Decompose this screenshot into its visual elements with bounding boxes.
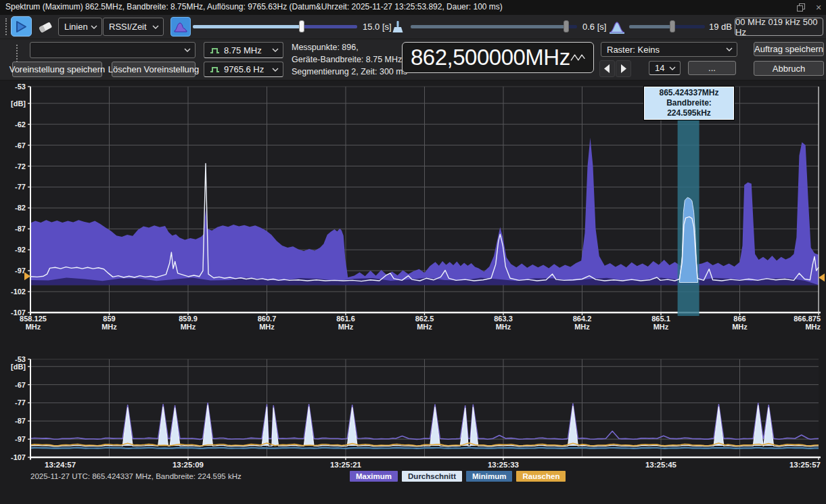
step-size-field[interactable]: 00 MHz 019 kHz 500 Hz <box>735 18 823 36</box>
x-tick-label: 861.6 <box>336 315 355 323</box>
clear-button[interactable] <box>35 18 55 36</box>
track-rest <box>672 25 705 28</box>
x-tick-label: 864.2 <box>573 315 592 323</box>
save-job-button[interactable]: Auftrag speichern <box>754 42 824 56</box>
decay-time-slider[interactable] <box>411 20 577 32</box>
resolution-select[interactable]: 9765.6 Hz <box>204 62 283 77</box>
close-icon: ✕ <box>815 3 821 12</box>
decay-time-thumb[interactable] <box>564 20 569 32</box>
previous-segment-button[interactable] <box>599 60 615 77</box>
sweep-time-label: 15.0 [s] <box>363 21 392 33</box>
status-line: 2025-11-27 UTC: 865.424337 MHz, Bandbrei… <box>30 472 242 480</box>
x-tick-unit: MHz <box>732 323 748 331</box>
legend-item-rauschen[interactable]: Rauschen <box>516 471 566 482</box>
chevron-down-icon <box>91 25 97 29</box>
time-tick-label: 13:25:09 <box>173 461 204 469</box>
legend: MaximumDurchschnittMinimumRauschen <box>350 471 566 482</box>
delete-preset-button[interactable]: Löschen Voreinstellung <box>112 62 196 77</box>
broom-icon <box>390 20 405 34</box>
chevron-down-icon <box>272 48 279 52</box>
frequency-zigzag-icon <box>570 50 585 65</box>
spectrum-chart: -53[dB]-62-67-72-77-82-87-92-97-102-1078… <box>0 80 826 338</box>
tooltip-frequency: 865.424337MHz <box>646 88 732 98</box>
info-line-3: Segmentierung 2, Zeit: 300 ms <box>292 66 407 78</box>
x-tick-label: 859.9 <box>179 315 198 323</box>
info-line-2: Geräte-Bandbreite: 8.75 MHz, <box>292 53 407 66</box>
chevron-down-icon <box>726 47 733 51</box>
noise-marker-right <box>819 273 825 281</box>
save-preset-button[interactable]: Voreinstellung speichern <box>12 62 102 77</box>
preset-select[interactable] <box>30 42 196 58</box>
x-tick-unit: MHz <box>338 323 354 331</box>
y-tick-label: -97 <box>15 267 26 275</box>
bandwidth-icon <box>210 47 220 54</box>
y-tick-label: [dB] <box>11 363 26 371</box>
arrow-left-icon <box>602 63 612 74</box>
y-tick-label: -87 <box>15 417 26 425</box>
x-tick-unit: MHz <box>417 323 432 331</box>
threshold-track[interactable] <box>629 25 705 28</box>
decay-button[interactable] <box>390 19 406 35</box>
center-frequency-value: 862,500000MHz <box>411 45 570 70</box>
chevron-down-icon <box>272 68 279 72</box>
x-tick-unit: MHz <box>805 323 821 331</box>
y-tick-label: -82 <box>15 204 26 212</box>
track-rest <box>301 25 357 28</box>
decay-time-label: 0.6 [s] <box>582 21 606 33</box>
rssi-trace-minimum <box>30 448 819 449</box>
spectrum-wave-icon <box>174 21 187 32</box>
threshold-thumb[interactable] <box>670 20 675 32</box>
titlebar: Spektrum (Maximum) 862.5MHz, Bandbreite:… <box>0 0 826 16</box>
sweep-time-track[interactable] <box>193 25 357 28</box>
x-tick-label: 860.7 <box>258 315 277 323</box>
display-mode-value: RSSI/Zeit <box>109 22 152 32</box>
chevron-down-icon <box>669 66 676 70</box>
legend-item-durchschnitt[interactable]: Durchschnitt <box>402 471 462 482</box>
window-title: Spektrum (Maximum) 862.5MHz, Bandbreite:… <box>5 2 503 12</box>
y-tick-label: -102 <box>11 288 26 296</box>
y-tick-label: -77 <box>15 183 26 191</box>
time-tick-label: 13:25:57 <box>789 461 821 469</box>
y-tick-label: -107 <box>11 453 26 461</box>
x-tick-label: 863.3 <box>494 315 513 323</box>
arrow-right-icon <box>618 63 628 74</box>
restore-icon <box>797 3 805 12</box>
raster-select[interactable]: Raster: Keins <box>601 42 737 57</box>
y-tick-label: -67 <box>15 141 26 150</box>
x-tick-label: 865.1 <box>651 315 670 323</box>
sweep-time-slider[interactable] <box>193 20 357 32</box>
center-frequency-field[interactable]: 862,500000MHz <box>402 42 594 73</box>
x-tick-unit: MHz <box>574 323 590 331</box>
window-restore-button[interactable] <box>796 3 806 12</box>
start-measurement-button[interactable] <box>11 16 32 37</box>
legend-item-minimum[interactable]: Minimum <box>466 471 512 482</box>
x-tick-label: 866.875 <box>794 315 821 323</box>
measurement-info: Messpunkte: 896, Geräte-Bandbreite: 8.75… <box>292 41 407 78</box>
segment-count-select[interactable]: 14 <box>649 61 681 75</box>
legend-item-maximum[interactable]: Maximum <box>350 471 398 482</box>
window-close-button[interactable]: ✕ <box>813 3 824 12</box>
resolution-icon <box>210 66 220 73</box>
decay-time-track[interactable] <box>411 25 577 28</box>
more-options-button[interactable]: ... <box>688 61 736 75</box>
trace-style-select[interactable]: Linien <box>58 18 102 36</box>
x-tick-unit: MHz <box>181 323 196 331</box>
x-tick-label: 858.125 <box>20 315 47 323</box>
next-segment-button[interactable] <box>616 60 631 77</box>
toolbar-grip[interactable] <box>5 18 7 35</box>
track-fill <box>629 25 672 28</box>
bandwidth-select[interactable]: 8.75 MHz <box>204 42 283 58</box>
eraser-icon <box>37 20 54 35</box>
peak-threshold-button[interactable] <box>607 18 626 36</box>
y-tick-label: -92 <box>15 246 26 254</box>
peak-icon <box>608 20 626 35</box>
bandwidth-value: 8.75 MHz <box>224 45 272 55</box>
sweep-time-thumb[interactable] <box>299 20 304 32</box>
abort-button[interactable]: Abbruch <box>754 61 824 76</box>
y-tick-label: -87 <box>15 225 26 233</box>
x-tick-unit: MHz <box>496 323 511 331</box>
threshold-slider[interactable] <box>629 20 705 32</box>
spectrum-view-toggle-button[interactable] <box>170 17 191 37</box>
x-tick-unit: MHz <box>26 323 41 331</box>
display-mode-select[interactable]: RSSI/Zeit <box>103 18 164 36</box>
